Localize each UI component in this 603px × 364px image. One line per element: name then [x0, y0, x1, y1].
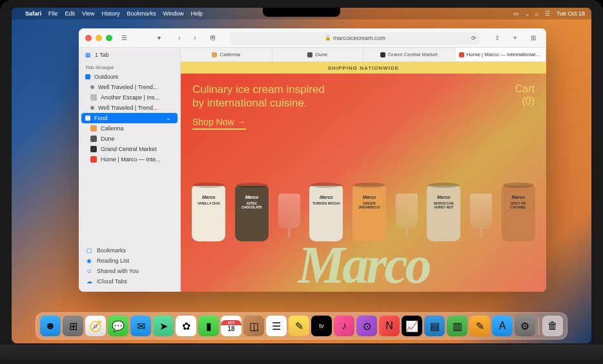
dock-facetime[interactable]: ▮ [198, 316, 219, 336]
laptop-frame: Safari File Edit View History Bookmarks … [0, 0, 603, 364]
webpage-content[interactable]: SHIPPING NATIONWIDE Culinary ice cream i… [181, 62, 546, 292]
sidebar-icloud-tabs[interactable]: ☁iCloud Tabs [79, 276, 180, 287]
tab-grand-central[interactable]: Grand Central Market [363, 48, 455, 61]
product-lineup: MarcoVANILLA CHAI MarcoAZTEC CHOCOLATE M… [181, 112, 546, 241]
tab-group-picker[interactable]: ▾ [152, 32, 165, 44]
tab-group-food[interactable]: Food ⌄ [81, 113, 178, 123]
decorative-glass [470, 194, 492, 228]
dock-calendar[interactable]: OCT18 [221, 316, 241, 336]
dock-stocks[interactable]: 📈 [402, 316, 422, 336]
reload-button[interactable]: ⟳ [471, 35, 476, 41]
dock-messages[interactable]: 💬 [108, 316, 128, 336]
tab-overview-button[interactable]: ⊞ [527, 32, 540, 44]
dock-podcasts[interactable]: ⊙ [356, 316, 377, 336]
sidebar-reading-list[interactable]: ◉Reading List [79, 256, 180, 266]
menu-edit[interactable]: Edit [65, 10, 76, 17]
tab-group-outdoors[interactable]: Outdoors [79, 72, 180, 82]
dock-appstore[interactable]: A [492, 316, 513, 336]
sidebar-section-tab-groups: Tab Groups [79, 62, 180, 72]
desktop-screen: Safari File Edit View History Bookmarks … [12, 8, 591, 343]
wifi-icon[interactable]: ⌵ [526, 10, 529, 17]
sidebar-tab-item[interactable]: Home | Marco — Inte... [79, 154, 180, 165]
pint-ginger-dreamsicle: MarcoGINGER DREAMSICLE [353, 186, 386, 241]
close-button[interactable] [85, 35, 92, 41]
dock-separator [538, 317, 539, 335]
dock-trash[interactable]: 🗑 [542, 316, 563, 336]
menu-help[interactable]: Help [190, 10, 203, 17]
cart-link[interactable]: Cart (0) [515, 83, 535, 107]
tab-count-icon: ▦ [85, 52, 91, 58]
dock-keynote[interactable]: ▤ [424, 316, 445, 336]
dock-music[interactable]: ♪ [334, 316, 354, 336]
dock-finder[interactable]: ☻ [40, 316, 61, 336]
dock-mail[interactable]: ✉ [130, 316, 151, 336]
sidebar-tab-item[interactable]: Grand Central Market [79, 144, 180, 154]
dock-notes[interactable]: ✎ [289, 316, 309, 336]
forward-button[interactable]: › [189, 32, 201, 44]
safari-window: ☰ ▾ ‹ › ⛨ 🔒 marcoicecream.com ⟳ ⇪ + ⊞ [79, 28, 546, 292]
menu-file[interactable]: File [48, 10, 58, 17]
sidebar-toggle-button[interactable]: ☰ [118, 32, 130, 44]
favicon-icon [212, 52, 217, 57]
dock-pages[interactable]: ✎ [469, 316, 490, 336]
traffic-lights [85, 35, 112, 41]
tab-bar: Calienna Dune Grand Central Market Home … [181, 48, 546, 62]
new-tab-button[interactable]: + [509, 32, 522, 44]
zoom-button[interactable] [106, 35, 112, 41]
sidebar-tab-item[interactable]: Another Escape | Ins... [79, 92, 180, 103]
tab-group-icon [85, 74, 90, 79]
dock-numbers[interactable]: ▥ [447, 316, 467, 336]
dock-photos[interactable]: ✿ [176, 316, 196, 336]
tab-marco[interactable]: Home | Marco — International Ice... [455, 48, 547, 61]
minimize-button[interactable] [96, 35, 102, 41]
safari-titlebar: ☰ ▾ ‹ › ⛨ 🔒 marcoicecream.com ⟳ ⇪ + ⊞ [79, 28, 546, 48]
favicon-icon [90, 125, 97, 132]
favicon-icon [307, 52, 312, 57]
sidebar-tab-item[interactable]: Well Traveled | Trend... [79, 82, 180, 92]
tab-group-label: Outdoors [94, 74, 118, 80]
url-bar[interactable]: 🔒 marcoicecream.com ⟳ [230, 32, 480, 45]
control-center-icon[interactable]: ☰ [545, 10, 550, 17]
menu-app-name[interactable]: Safari [25, 10, 41, 17]
menu-window[interactable]: Window [163, 10, 183, 17]
notch [263, 8, 340, 17]
sidebar-bookmarks[interactable]: ▢Bookmarks [79, 245, 180, 256]
spotlight-icon[interactable]: ⌕ [535, 10, 538, 17]
lock-icon: 🔒 [325, 35, 331, 41]
menu-view[interactable]: View [82, 10, 94, 17]
tab-dune[interactable]: Dune [272, 48, 364, 61]
tab-count-label[interactable]: 1 Tab [95, 52, 109, 58]
laptop-base [0, 345, 603, 364]
battery-icon[interactable]: ▭ [513, 10, 519, 17]
sidebar-tab-item[interactable]: Well Traveled | Trend... [79, 103, 180, 113]
safari-sidebar: ▦ 1 Tab Tab Groups Outdoors Well Travele… [79, 48, 181, 292]
menu-bookmarks[interactable]: Bookmarks [127, 10, 156, 17]
menu-history[interactable]: History [101, 10, 119, 17]
decorative-glass [278, 194, 300, 228]
dock-launchpad[interactable]: ⊞ [63, 316, 83, 336]
hero-headline: Culinary ice cream inspired by internati… [192, 83, 334, 110]
dock-safari[interactable]: 🧭 [85, 316, 106, 336]
dock-tv[interactable]: tv [311, 316, 332, 336]
pint-turkish-mocha: MarcoTURKISH MOCHA [309, 186, 343, 241]
sidebar-tab-item[interactable]: Calienna [79, 123, 180, 134]
menubar-datetime[interactable]: Tue Oct 18 [557, 10, 585, 17]
dock-maps[interactable]: ➤ [153, 316, 174, 336]
back-button[interactable]: ‹ [173, 32, 186, 44]
favicon-icon [90, 146, 97, 152]
favicon-icon [90, 85, 94, 89]
glasses-icon: ◉ [85, 258, 93, 264]
privacy-report-button[interactable]: ⛨ [207, 32, 220, 44]
chevron-down-icon[interactable]: ⌄ [166, 115, 171, 121]
dock-settings[interactable]: ⚙ [515, 316, 535, 336]
pint-aztec-chocolate: MarcoAZTEC CHOCOLATE [235, 186, 269, 241]
dock-news[interactable]: N [379, 316, 400, 336]
dock-reminders[interactable]: ☰ [266, 316, 287, 336]
favicon-icon [90, 136, 97, 142]
dock-contacts[interactable]: ◫ [243, 316, 264, 336]
sidebar-tab-item[interactable]: Dune [79, 134, 180, 144]
share-button[interactable]: ⇪ [491, 32, 504, 44]
tab-group-label: Food [94, 115, 108, 121]
tab-calienna[interactable]: Calienna [181, 48, 272, 61]
sidebar-shared-with-you[interactable]: ☺Shared with You [79, 266, 180, 276]
